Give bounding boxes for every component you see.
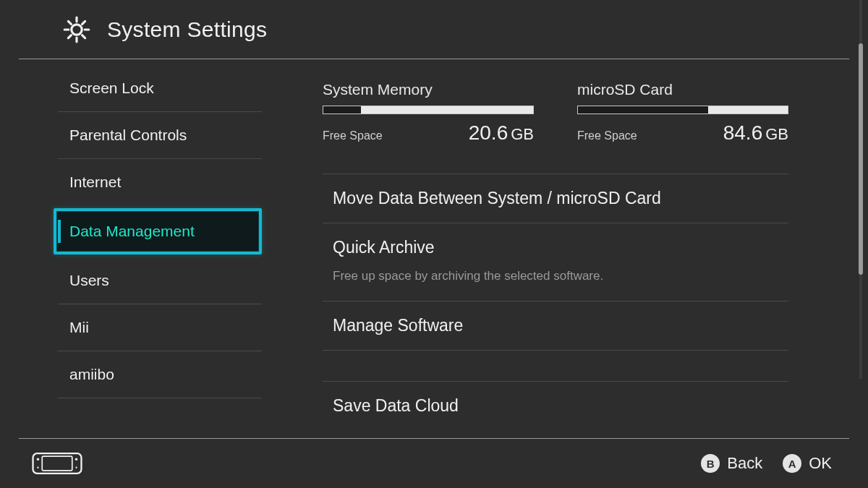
sidebar-item-data-management[interactable]: Data Management (54, 208, 262, 254)
main: Screen Lock Parental Controls Internet D… (0, 59, 868, 438)
storage-sd-title: microSD Card (577, 81, 788, 98)
console-icon (30, 452, 84, 475)
ok-label: OK (809, 454, 832, 473)
svg-line-8 (68, 35, 71, 38)
sidebar-item-amiibo[interactable]: amiibo (54, 351, 262, 398)
option-label: Quick Archive (333, 238, 435, 257)
sidebar: Screen Lock Parental Controls Internet D… (0, 59, 281, 438)
page-title: System Settings (107, 17, 267, 42)
option-move-data[interactable]: Move Data Between System / microSD Card (323, 174, 788, 223)
back-button[interactable]: B Back (701, 454, 762, 473)
sidebar-item-label: Users (69, 272, 109, 289)
option-label: Save Data Cloud (333, 396, 459, 415)
sidebar-item-users[interactable]: Users (54, 257, 262, 304)
storage-system-bar-fill (361, 106, 533, 114)
free-space-value: 84.6GB (723, 121, 788, 145)
svg-rect-10 (42, 456, 72, 471)
storage-system-title: System Memory (323, 81, 534, 98)
option-quick-archive-desc: Free up space by archiving the selected … (323, 269, 788, 301)
storage-sd-info: Free Space 84.6GB (577, 121, 788, 145)
svg-point-0 (72, 24, 82, 34)
free-space-label: Free Space (577, 129, 637, 142)
svg-point-14 (75, 467, 77, 468)
sidebar-item-label: Mii (69, 319, 89, 336)
b-button-icon: B (701, 454, 720, 473)
a-button-icon: A (783, 454, 801, 473)
ok-button[interactable]: A OK (783, 454, 832, 473)
sidebar-item-screen-lock[interactable]: Screen Lock (54, 65, 262, 111)
storage-sd: microSD Card Free Space 84.6GB (577, 81, 788, 145)
sidebar-item-parental-controls[interactable]: Parental Controls (54, 112, 262, 158)
header: System Settings (19, 0, 849, 59)
storage-sd-bar (577, 106, 788, 114)
sidebar-item-label: Internet (69, 174, 121, 191)
option-manage-software[interactable]: Manage Software (323, 301, 788, 350)
option-save-data-cloud[interactable]: Save Data Cloud (323, 382, 788, 430)
divider (58, 398, 262, 398)
option-quick-archive[interactable]: Quick Archive (323, 223, 788, 272)
free-space-value: 20.6GB (469, 121, 534, 145)
sidebar-item-internet[interactable]: Internet (54, 159, 262, 205)
sidebar-item-label: Screen Lock (69, 80, 154, 97)
scrollbar[interactable] (858, 0, 862, 379)
sidebar-item-mii[interactable]: Mii (54, 304, 262, 351)
svg-line-7 (82, 21, 85, 24)
back-label: Back (727, 454, 762, 473)
spacer (323, 351, 788, 381)
svg-point-12 (75, 458, 77, 461)
option-label: Manage Software (333, 316, 463, 335)
sidebar-item-label: Parental Controls (69, 127, 187, 144)
storage-sd-bar-fill (708, 106, 788, 114)
storage-row: System Memory Free Space 20.6GB microSD … (323, 81, 788, 145)
option-label: Move Data Between System / microSD Card (333, 189, 661, 207)
scrollbar-thumb[interactable] (859, 43, 863, 275)
storage-system: System Memory Free Space 20.6GB (323, 81, 534, 145)
sidebar-item-label: Data Management (69, 223, 195, 240)
sidebar-item-label: amiibo (69, 366, 114, 383)
gear-icon (62, 15, 91, 44)
storage-system-info: Free Space 20.6GB (323, 121, 534, 145)
svg-line-5 (68, 21, 71, 24)
svg-point-13 (37, 467, 38, 468)
svg-point-11 (37, 458, 39, 461)
footer: B Back A OK (19, 438, 849, 488)
free-space-label: Free Space (323, 129, 383, 142)
content: System Memory Free Space 20.6GB microSD … (281, 59, 868, 438)
svg-line-6 (82, 35, 85, 38)
storage-system-bar (323, 106, 534, 114)
